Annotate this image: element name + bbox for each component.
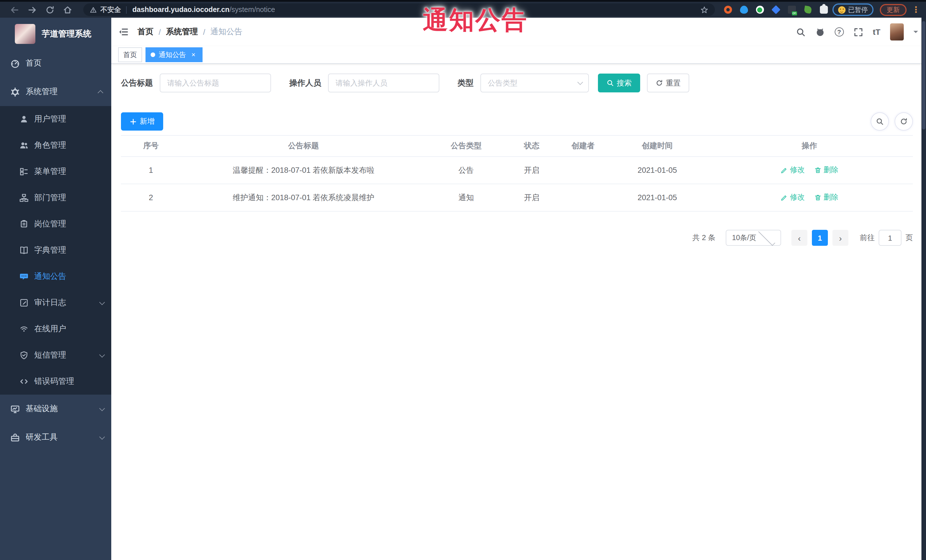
sidebar-item-posts[interactable]: 岗位管理 bbox=[0, 211, 111, 237]
sidebar-item-departments[interactable]: 部门管理 bbox=[0, 185, 111, 211]
sidebar-item-dev-tools[interactable]: 研发工具 bbox=[0, 423, 111, 452]
forward-icon[interactable] bbox=[27, 5, 37, 15]
sidebar-item-home[interactable]: 首页 bbox=[0, 49, 111, 77]
bookmark-star-icon[interactable] bbox=[700, 5, 708, 14]
browser-menu-icon[interactable] bbox=[912, 5, 920, 15]
page-size-select[interactable]: 10条/页 bbox=[726, 230, 781, 246]
browser-update-button[interactable]: 更新 bbox=[880, 4, 906, 16]
trash-icon bbox=[814, 166, 821, 174]
sidebar-item-infrastructure[interactable]: 基础设施 bbox=[0, 395, 111, 423]
avatar-caret-down-icon[interactable] bbox=[914, 31, 918, 35]
edit-link[interactable]: 修改 bbox=[780, 192, 805, 203]
trash-icon bbox=[814, 194, 821, 201]
breadcrumb: 首页 系统管理 通知公告 bbox=[138, 27, 242, 37]
add-button-label: 新增 bbox=[140, 116, 154, 127]
refresh-table-button[interactable] bbox=[895, 112, 913, 131]
sidebar-item-users[interactable]: 用户管理 bbox=[0, 106, 111, 132]
column-header-created: 创建时间 bbox=[609, 136, 706, 157]
table-toolbar: 新增 bbox=[121, 112, 913, 131]
scrollbar-thumb[interactable] bbox=[922, 21, 925, 130]
extension-leaf-icon[interactable] bbox=[803, 5, 812, 14]
reload-icon[interactable] bbox=[45, 5, 55, 15]
cell-creator bbox=[557, 157, 609, 184]
profile-emoji-icon bbox=[838, 6, 845, 14]
github-icon[interactable] bbox=[815, 27, 825, 37]
sidebar-item-label: 部门管理 bbox=[34, 193, 66, 203]
extension-orange-ring-icon[interactable] bbox=[724, 6, 732, 14]
address-bar[interactable]: 不安全 dashboard.yudao.iocoder.cn/system/no… bbox=[83, 3, 715, 16]
sidebar-item-audit-log[interactable]: 审计日志 bbox=[0, 290, 111, 316]
sidebar-item-label: 错误码管理 bbox=[34, 376, 74, 386]
title-filter-input[interactable] bbox=[160, 74, 271, 92]
extension-blue-diamond-icon[interactable] bbox=[771, 5, 780, 14]
extension-green-circle-icon[interactable] bbox=[756, 6, 764, 14]
sidebar-item-dict[interactable]: 字典管理 bbox=[0, 237, 111, 263]
sidebar-item-label: 短信管理 bbox=[34, 350, 66, 361]
fullscreen-icon[interactable] bbox=[853, 27, 863, 37]
font-size-icon[interactable] bbox=[873, 27, 881, 36]
badge-icon bbox=[20, 220, 29, 229]
extensions-puzzle-icon[interactable] bbox=[820, 6, 828, 14]
not-secure-warning-icon bbox=[89, 6, 97, 14]
reset-button[interactable]: 重置 bbox=[647, 74, 689, 92]
sidebar-item-menus[interactable]: 菜单管理 bbox=[0, 158, 111, 185]
page-goto-input[interactable] bbox=[879, 230, 902, 246]
delete-link[interactable]: 删除 bbox=[814, 192, 838, 203]
chat-bubble-icon bbox=[20, 272, 29, 281]
chevron-down-icon bbox=[99, 352, 105, 357]
sidebar-item-online-users[interactable]: 在线用户 bbox=[0, 316, 111, 342]
sidebar-item-label: 岗位管理 bbox=[34, 219, 66, 229]
table-row: 1 温馨提醒：2018-07-01 若依新版本发布啦 公告 开启 2021-01… bbox=[121, 157, 913, 184]
tag-notice[interactable]: 通知公告 bbox=[145, 47, 203, 62]
column-header-index: 序号 bbox=[121, 136, 181, 157]
sidebar-fold-icon[interactable] bbox=[118, 27, 129, 37]
table-row: 2 维护通知：2018-07-01 若依系统凌晨维护 通知 开启 2021-01… bbox=[121, 184, 913, 211]
back-icon[interactable] bbox=[10, 5, 20, 15]
sidebar: 芋道管理系统 首页 系统管理 用户管理 角色管理 菜单管理 bbox=[0, 18, 111, 560]
cell-actions: 修改 删除 bbox=[706, 157, 913, 184]
type-filter-select[interactable]: 公告类型 bbox=[480, 74, 589, 92]
sidebar-item-notice[interactable]: 通知公告 bbox=[0, 263, 111, 290]
sidebar-item-system[interactable]: 系统管理 bbox=[0, 77, 111, 106]
tag-close-icon[interactable] bbox=[189, 51, 197, 59]
next-page-button[interactable] bbox=[832, 230, 849, 246]
delete-link[interactable]: 删除 bbox=[814, 165, 838, 175]
edit-link[interactable]: 修改 bbox=[780, 165, 805, 175]
sidebar-item-roles[interactable]: 角色管理 bbox=[0, 132, 111, 158]
sidebar-item-label: 研发工具 bbox=[26, 432, 57, 442]
sidebar-item-label: 系统管理 bbox=[26, 87, 57, 97]
search-button[interactable]: 搜索 bbox=[598, 74, 640, 92]
url-host: dashboard.yudao.iocoder.cn bbox=[132, 6, 229, 14]
profile-paused-pill[interactable]: 已暂停 bbox=[832, 3, 873, 16]
user-avatar[interactable] bbox=[890, 23, 904, 41]
prev-page-button[interactable] bbox=[791, 230, 807, 246]
sidebar-item-error-codes[interactable]: 错误码管理 bbox=[0, 368, 111, 395]
help-icon[interactable] bbox=[835, 27, 844, 36]
page-unit-label: 页 bbox=[905, 232, 913, 243]
add-button[interactable]: 新增 bbox=[121, 112, 163, 131]
extension-blue-drop-icon[interactable] bbox=[740, 6, 748, 14]
page-scrollbar[interactable] bbox=[921, 18, 926, 560]
online-icon bbox=[20, 325, 29, 334]
sidebar-item-label: 通知公告 bbox=[34, 272, 66, 282]
cell-index: 2 bbox=[121, 184, 181, 211]
breadcrumb-home[interactable]: 首页 bbox=[138, 27, 153, 37]
toggle-search-button[interactable] bbox=[871, 112, 889, 131]
sidebar-item-label: 角色管理 bbox=[34, 140, 66, 151]
tag-home[interactable]: 首页 bbox=[118, 47, 142, 62]
breadcrumb-separator bbox=[159, 27, 161, 36]
dashboard-icon bbox=[10, 59, 20, 68]
page-number-button[interactable]: 1 bbox=[812, 230, 828, 246]
operator-filter-input[interactable] bbox=[328, 74, 439, 92]
extension-on-badge-icon[interactable] bbox=[788, 6, 796, 14]
tag-label: 通知公告 bbox=[159, 50, 186, 60]
sidebar-item-sms[interactable]: 短信管理 bbox=[0, 342, 111, 368]
search-icon[interactable] bbox=[796, 27, 806, 37]
system-submenu: 用户管理 角色管理 菜单管理 部门管理 岗位管理 字典管理 bbox=[0, 106, 111, 395]
breadcrumb-system[interactable]: 系统管理 bbox=[166, 27, 198, 37]
page-content: 公告标题 操作人员 类型 公告类型 搜索 重置 bbox=[111, 64, 926, 246]
cell-created: 2021-01-05 bbox=[609, 184, 706, 211]
app-logo: 芋道管理系统 bbox=[0, 18, 111, 49]
home-icon[interactable] bbox=[63, 5, 73, 15]
table-tools bbox=[871, 112, 913, 131]
